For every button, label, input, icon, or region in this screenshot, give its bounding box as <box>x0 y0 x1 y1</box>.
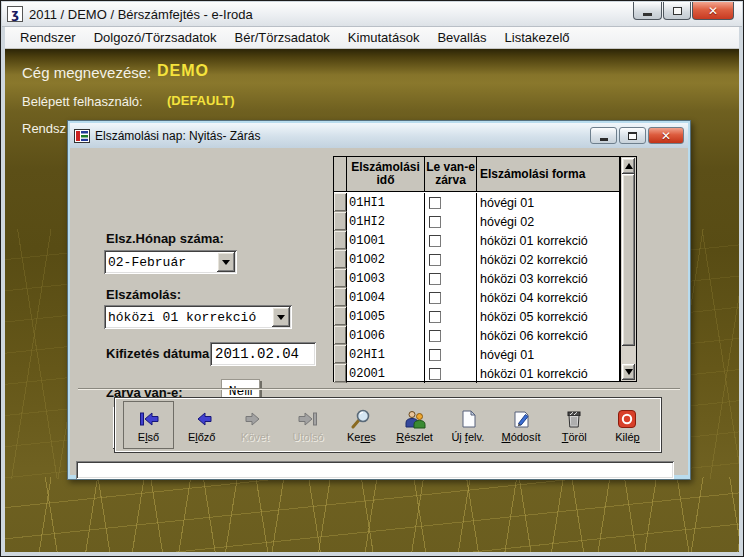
closed-checkbox[interactable] <box>429 273 441 285</box>
minimize-button[interactable] <box>633 2 662 20</box>
screen: ʒ 2011 / DEMO / Bérszámfejtés - e-Iroda … <box>0 0 744 557</box>
main-titlebar[interactable]: ʒ 2011 / DEMO / Bérszámfejtés - e-Iroda … <box>2 2 742 27</box>
navigation-toolbar: ElsőElőzőKövetUtolsóKeresRészletÚj felv.… <box>114 397 662 453</box>
toolbar-button-delete[interactable]: Töröl <box>549 401 600 449</box>
dialog-close-button[interactable]: ✕ <box>648 127 684 144</box>
table-row[interactable]: 01O02hóközi 02 korrekció <box>334 250 619 269</box>
closed-checkbox[interactable] <box>429 330 441 342</box>
dialog-maximize-button[interactable] <box>619 127 646 144</box>
table-header-row: Elszámolási idő Le van-e zárva Elszámolá… <box>334 157 619 192</box>
toolbar-button-exit[interactable]: Kilép <box>602 401 653 449</box>
row-selector[interactable] <box>334 231 347 250</box>
partially-hidden-label: Rendsz <box>22 121 66 136</box>
month-number-label: Elsz.Hónap száma: <box>106 231 224 246</box>
toolbar-button-prev[interactable]: Előző <box>176 401 227 449</box>
cell-settlement-forma: hóközi 01 korrekció <box>477 231 619 250</box>
toolbar-button-label: Kilép <box>615 431 639 443</box>
closed-checkbox[interactable] <box>429 197 441 209</box>
row-selector[interactable] <box>334 250 347 269</box>
row-selector[interactable] <box>334 307 347 326</box>
cell-settlement-id: 01O02 <box>347 250 425 269</box>
triangle-down-icon <box>625 369 633 375</box>
row-selector[interactable] <box>334 193 347 212</box>
dialog-maximize-icon <box>628 132 637 140</box>
toolbar-button-first[interactable]: Első <box>123 401 174 449</box>
menu-item-rendszer[interactable]: Rendszer <box>11 28 85 47</box>
cell-closed <box>425 231 477 250</box>
row-selector[interactable] <box>334 269 347 288</box>
table-row[interactable]: 01O01hóközi 01 korrekció <box>334 231 619 250</box>
close-icon: ✕ <box>708 4 718 18</box>
settlement-label: Elszámolás: <box>106 287 181 302</box>
cell-settlement-id: 02O01 <box>347 364 425 383</box>
row-selector[interactable] <box>334 212 347 231</box>
closed-checkbox[interactable] <box>429 368 441 380</box>
cell-settlement-id: 01O06 <box>347 326 425 345</box>
cell-settlement-forma: hóvégi 01 <box>477 193 619 212</box>
client-area: Cég megnevezése: DEMO Belépett felhaszná… <box>5 49 739 552</box>
toolbar-button-detail[interactable]: Részlet <box>389 401 440 449</box>
table-row[interactable]: 01O05hóközi 05 korrekció <box>334 307 619 326</box>
table-row[interactable]: 02HI1hóvégi 01 <box>334 345 619 364</box>
menu-item-bevall-s[interactable]: Bevallás <box>428 28 495 47</box>
dialog-minimize-icon <box>600 138 608 141</box>
toolbar-button-label: Új felv. <box>451 431 484 443</box>
trash-icon <box>562 407 586 429</box>
dialog-controls: ✕ <box>588 127 684 144</box>
cell-closed <box>425 364 477 383</box>
month-combobox-dropdown-button[interactable] <box>217 252 235 272</box>
closed-checkbox[interactable] <box>429 311 441 323</box>
closed-checkbox[interactable] <box>429 349 441 361</box>
logged-in-user-label: Belépett felhasználó: <box>22 94 143 109</box>
toolbar-button-edit[interactable]: Módosít <box>496 401 547 449</box>
settlement-combobox[interactable]: hóközi 01 korrekció <box>104 305 292 329</box>
closed-checkbox[interactable] <box>429 235 441 247</box>
table-row[interactable]: 01O04hóközi 04 korrekció <box>334 288 619 307</box>
status-field[interactable] <box>76 461 674 479</box>
table-row[interactable]: 01HI2hóvégi 02 <box>334 212 619 231</box>
cell-settlement-id: 01HI1 <box>347 193 425 212</box>
close-button[interactable]: ✕ <box>692 2 734 20</box>
table-row[interactable]: 01HI1hóvégi 01 <box>334 193 619 212</box>
table-header-id: Elszámolási idő <box>347 157 425 191</box>
maximize-button[interactable] <box>663 2 691 20</box>
row-selector[interactable] <box>334 326 347 345</box>
row-selector[interactable] <box>334 288 347 307</box>
scroll-down-button[interactable] <box>622 364 635 380</box>
toolbar-button-new[interactable]: Új felv. <box>442 401 493 449</box>
payment-date-field[interactable]: 2011.02.04 <box>210 342 316 366</box>
toolbar-button-label: Előző <box>188 431 216 443</box>
cell-settlement-id: 01O01 <box>347 231 425 250</box>
closed-checkbox[interactable] <box>429 216 441 228</box>
cell-settlement-forma: hóközi 06 korrekció <box>477 326 619 345</box>
dialog-close-icon: ✕ <box>661 129 671 143</box>
menu-item-listakezel-[interactable]: Listakezelő <box>496 28 579 47</box>
table-row[interactable]: 01O03hóközi 03 korrekció <box>334 269 619 288</box>
vertical-scrollbar[interactable] <box>620 156 637 382</box>
first-arrow-icon <box>137 407 161 429</box>
table-row[interactable]: 01O06hóközi 06 korrekció <box>334 326 619 345</box>
row-selector[interactable] <box>334 345 347 364</box>
menu-bar: RendszerDolgozó/TörzsadatokBér/Törzsadat… <box>5 27 739 49</box>
scrollbar-thumb[interactable] <box>622 174 635 346</box>
settlement-combobox-dropdown-button[interactable] <box>272 307 290 327</box>
month-combobox[interactable]: 02-Február <box>104 250 237 274</box>
maximize-icon <box>673 7 682 15</box>
row-selector[interactable] <box>334 364 347 383</box>
window-controls: ✕ <box>632 2 734 20</box>
dialog-minimize-button[interactable] <box>590 127 617 144</box>
closed-checkbox[interactable] <box>429 254 441 266</box>
closed-checkbox[interactable] <box>429 292 441 304</box>
dialog-titlebar[interactable]: Elszámolási nap: Nyitás- Zárás ✕ <box>70 123 688 148</box>
settlement-day-dialog: Elszámolási nap: Nyitás- Zárás ✕ Elsz.Hó… <box>67 120 691 480</box>
menu-item-dolgoz-t-rzsadatok[interactable]: Dolgozó/Törzsadatok <box>85 28 226 47</box>
toolbar-button-search[interactable]: Keres <box>336 401 387 449</box>
cell-settlement-forma: hóközi 05 korrekció <box>477 307 619 326</box>
scroll-up-button[interactable] <box>622 158 635 174</box>
menu-item-b-r-t-rzsadatok[interactable]: Bér/Törzsadatok <box>225 28 338 47</box>
table-row[interactable]: 02O01hóközi 01 korrekció <box>334 364 619 383</box>
menu-item-kimutat-sok[interactable]: Kimutatások <box>339 28 429 47</box>
cell-settlement-forma: hóközi 02 korrekció <box>477 250 619 269</box>
table-body: 01HI1hóvégi 0101HI2hóvégi 0201O01hóközi … <box>334 193 619 381</box>
cell-settlement-id: 01O05 <box>347 307 425 326</box>
